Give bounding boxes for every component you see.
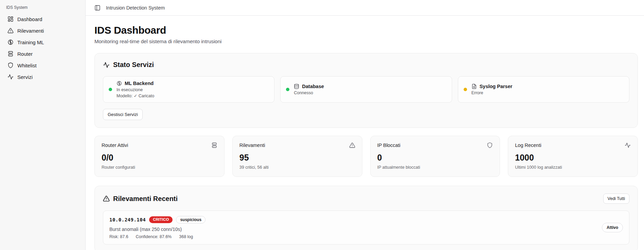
database-icon <box>294 84 299 89</box>
stat-label: IP Bloccati <box>377 143 400 148</box>
detections-section: Rilevamenti Recenti Vedi Tutti 10.0.249.… <box>94 186 638 250</box>
sidebar-item-label: Rilevamenti <box>17 28 44 34</box>
detection-message: Burst anomali (max 250 conn/10s) <box>109 227 205 232</box>
service-status: Connesso <box>294 90 324 95</box>
stat-card-ip-bloccati: IP Bloccati 0 IP attualmente bloccati <box>370 136 500 177</box>
stat-card-rilevamenti: Rilevamenti 95 39 critici, 56 alti <box>232 136 362 177</box>
brain-icon <box>7 39 14 45</box>
server-icon <box>211 142 217 148</box>
tag-badge: suspicious <box>176 216 205 223</box>
sidebar-item-label: Servizi <box>17 74 33 80</box>
sidebar-item-label: Dashboard <box>17 16 42 22</box>
sidebar-item-whitelist[interactable]: Whitelist <box>5 60 80 71</box>
sidebar-item-training-ml[interactable]: Training ML <box>5 36 80 48</box>
stat-sub: Router configurati <box>102 165 217 170</box>
detections-section-title: Rilevamenti Recenti <box>113 195 178 203</box>
activity-icon <box>103 62 110 68</box>
content: IDS Dashboard Monitoring real-time del s… <box>86 16 644 250</box>
service-card-database: Database Connesso <box>280 76 452 103</box>
stat-label: Rilevamenti <box>239 143 265 148</box>
detection-ip: 10.0.249.104 <box>109 217 146 222</box>
service-card-syslog-parser: Syslog Parser Errore <box>458 76 629 103</box>
detection-risk: Risk: 87.6 <box>109 234 128 239</box>
stat-card-router-attivi: Router Attivi 0/0 Router configurati <box>94 136 225 177</box>
stat-value: 1000 <box>515 153 631 163</box>
page-subtitle: Monitoring real-time del sistema di rile… <box>94 38 638 44</box>
stat-sub: 39 critici, 56 alti <box>239 165 355 170</box>
stat-sub: IP attualmente bloccati <box>377 165 493 170</box>
view-all-button[interactable]: Vedi Tutti <box>603 194 629 204</box>
brain-icon <box>117 81 122 86</box>
status-dot <box>109 88 112 91</box>
server-icon <box>7 51 14 57</box>
shield-icon <box>7 62 14 68</box>
activity-icon <box>7 74 14 80</box>
sidebar-item-label: Training ML <box>17 39 44 45</box>
manage-services-button[interactable]: Gestisci Servizi <box>103 109 143 120</box>
service-status: Errore <box>471 90 513 95</box>
stat-value: 0/0 <box>102 153 217 163</box>
topbar-title: Intrusion Detection System <box>106 5 165 11</box>
file-text-icon <box>471 84 477 89</box>
service-name: Database <box>302 84 324 89</box>
services-section: Stato Servizi ML Backend In esecuzione <box>94 53 638 128</box>
sidebar: IDS System Dashboard Rilevamenti Trainin… <box>0 0 86 250</box>
dashboard-icon <box>7 16 14 22</box>
main-area: Intrusion Detection System IDS Dashboard… <box>86 0 644 250</box>
stat-value: 95 <box>239 153 355 163</box>
stat-sub: Ultimi 1000 log analizzati <box>515 165 631 170</box>
detection-confidence: Confidence: 87.6% <box>136 234 172 239</box>
service-status: In esecuzione <box>117 87 154 92</box>
stats-grid: Router Attivi 0/0 Router configurati Ril… <box>94 136 638 177</box>
sidebar-item-label: Whitelist <box>17 63 37 68</box>
activity-icon <box>625 142 631 148</box>
stat-label: Log Recenti <box>515 143 541 148</box>
detection-state-badge: Attivo <box>602 223 623 232</box>
services-grid: ML Backend In esecuzione Modello: ✓ Cari… <box>103 76 629 103</box>
service-name: Syslog Parser <box>480 84 513 89</box>
stat-label: Router Attivi <box>102 143 128 148</box>
sidebar-item-servizi[interactable]: Servizi <box>5 71 80 83</box>
severity-badge: CRITICO <box>149 216 173 223</box>
alert-triangle-icon <box>7 28 14 34</box>
status-dot <box>464 88 467 91</box>
service-name: ML Backend <box>125 81 154 86</box>
topbar: Intrusion Detection System <box>86 0 644 16</box>
service-model-status: Modello: ✓ Caricato <box>117 93 154 98</box>
sidebar-item-label: Router <box>17 51 33 57</box>
sidebar-item-dashboard[interactable]: Dashboard <box>5 13 80 25</box>
detection-row: 10.0.249.104 CRITICO suspicious Burst an… <box>103 211 629 245</box>
shield-icon <box>487 142 493 148</box>
detection-log-count: 368 log <box>179 234 193 239</box>
panel-left-toggle-icon[interactable] <box>94 5 101 11</box>
services-section-title: Stato Servizi <box>113 61 154 69</box>
stat-value: 0 <box>377 153 493 163</box>
sidebar-item-rilevamenti[interactable]: Rilevamenti <box>5 25 80 36</box>
status-dot <box>286 88 289 91</box>
stat-card-log-recenti: Log Recenti 1000 Ultimi 1000 log analizz… <box>508 136 638 177</box>
sidebar-item-router[interactable]: Router <box>5 48 80 60</box>
service-card-ml-backend: ML Backend In esecuzione Modello: ✓ Cari… <box>103 76 274 103</box>
alert-triangle-icon <box>103 195 110 202</box>
alert-triangle-icon <box>349 142 355 148</box>
page-title: IDS Dashboard <box>94 24 638 36</box>
sidebar-title: IDS System <box>5 4 80 13</box>
